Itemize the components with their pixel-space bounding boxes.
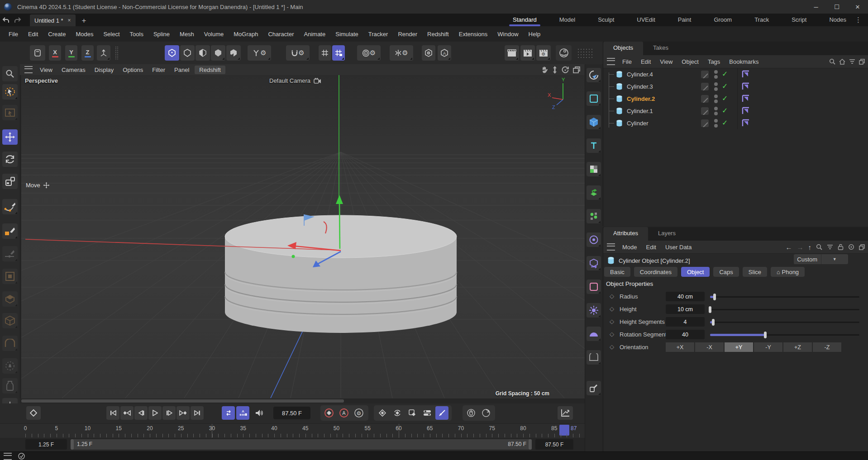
sound-icon[interactable] [253,406,266,420]
redo-icon[interactable] [12,14,24,26]
rotate-tool-icon[interactable] [2,152,18,167]
current-frame-field[interactable]: 87.50 F [273,407,310,419]
layout-tab[interactable]: UVEdit [636,14,656,26]
attributes-menu-item[interactable]: User Data [661,244,696,251]
menu-item[interactable]: Render [393,31,422,38]
new-window-icon[interactable] [859,244,865,250]
range-start-field[interactable]: 1.25 F [25,439,67,450]
property-slider[interactable] [710,334,859,336]
object-row[interactable]: Cylinder.1 ✓ [603,105,868,117]
field-icon[interactable] [587,232,601,247]
forward-icon[interactable]: → [797,243,804,251]
polygon-plane-icon[interactable] [2,269,18,284]
property-value-field[interactable]: 10 cm [666,304,705,314]
menu-item[interactable]: Tracker [363,31,393,38]
goto-start-icon[interactable] [106,406,119,420]
material-pen-icon[interactable] [587,381,601,395]
create-spline-rect-icon[interactable] [587,91,601,106]
panel-tab[interactable]: Objects [603,42,643,55]
section-tab[interactable]: ⌂ Phong [771,267,805,277]
camera-icon[interactable] [314,78,321,84]
editor-toggle[interactable] [701,83,709,90]
attributes-menu-item[interactable]: Edit [642,244,661,251]
orbit-icon[interactable] [562,66,569,73]
orientation-button[interactable]: -X [695,342,724,352]
menu-item[interactable]: Edit [23,31,43,38]
render-sphere-icon[interactable] [556,45,572,61]
menu-item[interactable]: Select [98,31,124,38]
record-keyframe-icon[interactable] [322,406,335,420]
new-tab-button[interactable]: + [82,15,86,26]
menu-item[interactable]: Tools [125,31,148,38]
hexagon-eye-icon[interactable] [422,45,435,61]
view-shield-cut-icon[interactable] [226,45,241,61]
keyframe-diamond-button[interactable] [26,406,41,420]
layout-tab[interactable]: Nodes [828,14,847,26]
timeline-ruler[interactable]: 0510152025303540455055606570758085 87 [0,423,585,438]
section-tab[interactable]: Basic [604,267,630,277]
live-selection-icon[interactable] [2,84,18,100]
layout-tab[interactable]: Sculpt [597,14,615,26]
keying-settings-icon[interactable]: ⚙ [352,406,365,420]
maximize-view-icon[interactable] [573,66,580,73]
visibility-dots[interactable] [714,95,718,103]
bottle-icon[interactable] [2,378,18,394]
visibility-dots[interactable] [714,107,718,115]
section-tab[interactable]: Object [681,267,710,277]
range-end-field[interactable]: 87.50 F [535,439,573,450]
scrollbar-handle[interactable] [21,399,344,403]
menu-item[interactable]: File [4,31,23,38]
viewport-menu-icon[interactable] [24,66,33,73]
axis-y-button[interactable]: Y [65,45,77,61]
visibility-dots[interactable] [714,70,718,79]
rect-selection-icon[interactable] [2,105,18,120]
create-pen-icon[interactable] [587,68,601,82]
document-tab[interactable]: Untitled 1 * × [30,14,76,26]
section-tab[interactable]: Slice [743,267,767,277]
key-pla-icon[interactable] [435,406,448,420]
menu-item[interactable]: Redshift [422,31,454,38]
viewport-menu-item[interactable]: Panel [170,66,194,73]
menu-item[interactable]: Modes [71,31,98,38]
panel-tab[interactable]: Layers [648,227,686,241]
object-row[interactable]: Cylinder ✓ [603,117,868,129]
render-view-icon[interactable] [505,45,519,61]
visibility-dots[interactable] [714,119,718,128]
layout-tab[interactable]: Paint [677,14,692,26]
menu-item[interactable]: Extensions [454,31,493,38]
axis-x-button[interactable]: X [49,45,61,61]
property-slider[interactable] [710,309,859,310]
grid-icon[interactable] [319,45,331,61]
play-icon[interactable] [148,406,162,420]
figure-icon[interactable] [587,185,601,200]
editor-toggle[interactable] [701,71,709,78]
spline-smooth-icon[interactable] [2,246,18,261]
camera-label[interactable]: Default Camera [269,77,310,84]
deformer-icon[interactable] [587,256,601,270]
layout-tab[interactable]: Track [754,14,770,26]
chevron-down-icon[interactable]: ▼ [821,254,849,264]
orientation-button[interactable]: -Y [754,342,782,352]
orientation-button[interactable]: -Z [813,342,841,352]
range-end-handle[interactable] [529,439,532,450]
redshift-tag-icon[interactable] [742,70,750,78]
autokey-range-icon[interactable]: A [236,406,249,420]
menu-item[interactable]: Character [263,31,299,38]
cloner-icon[interactable] [587,209,601,223]
objects-menu-item[interactable]: Tags [703,58,725,65]
enabled-check-icon[interactable]: ✓ [722,70,728,78]
pan-hand-icon[interactable] [541,66,548,73]
symmetry-scissors-icon[interactable]: ⚙ [390,45,413,61]
viewport-menu-item[interactable]: Display [90,66,119,73]
objects-menu-item[interactable]: Edit [636,58,655,65]
panel-drag-handle[interactable] [577,48,594,58]
snap-magnet-icon[interactable]: ⚙ [286,45,310,61]
up-icon[interactable]: ↑ [808,243,812,251]
mouse-record-icon[interactable] [464,406,477,420]
property-value-field[interactable]: 40 cm [666,292,705,301]
goto-end-icon[interactable] [191,406,204,420]
autokey-icon[interactable]: A [337,406,350,420]
light-icon[interactable] [587,303,601,318]
more-layouts-icon[interactable]: ⋮ [855,16,862,24]
weight-anchor-icon[interactable] [2,358,18,374]
